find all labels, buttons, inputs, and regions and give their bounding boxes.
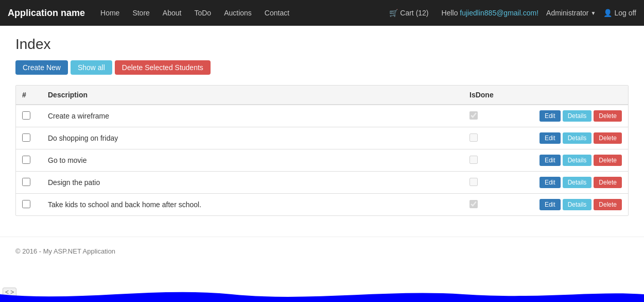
delete-button[interactable]: Delete [594, 177, 622, 188]
table-row: Design the patioEditDetailsDelete [16, 172, 628, 194]
edit-button[interactable]: Edit [539, 110, 561, 122]
row-isdone-checkbox [469, 133, 478, 142]
logoff-label: Log off [614, 9, 636, 17]
logoff-link[interactable]: 👤 Log off [603, 9, 636, 17]
details-button[interactable]: Details [563, 155, 592, 166]
nav-todo[interactable]: ToDo [189, 6, 216, 20]
row-isdone-checkbox [469, 178, 478, 186]
row-checkbox[interactable] [22, 200, 30, 208]
nav-store[interactable]: Store [127, 6, 154, 20]
footer-text: © 2016 - My ASP.NET Application [15, 247, 115, 255]
delete-button[interactable]: Delete [594, 155, 622, 166]
admin-label: Administrator [546, 9, 588, 17]
row-checkbox[interactable] [22, 111, 30, 120]
col-header-check: # [16, 86, 42, 105]
navbar: Application name Home Store About ToDo A… [0, 0, 644, 26]
footer: © 2016 - My ASP.NET Application [0, 237, 644, 265]
row-isdone-checkbox [469, 111, 478, 120]
row-description: Do shopping on friday [42, 127, 463, 149]
page-title: Index [15, 36, 629, 53]
nav-right: 🛒 Cart (12) Hello fujiedlin885@gmail.com… [384, 6, 636, 20]
hello-text: Hello fujiedlin885@gmail.com! [442, 9, 539, 17]
row-checkbox[interactable] [22, 178, 30, 186]
row-actions: EditDetailsDelete [531, 199, 622, 210]
edit-button[interactable]: Edit [539, 177, 561, 188]
main-content: Index Create New Show all Delete Selecte… [0, 26, 644, 226]
action-buttons: Create New Show all Delete Selected Stud… [15, 60, 629, 75]
details-button[interactable]: Details [563, 177, 592, 188]
edit-button[interactable]: Edit [539, 132, 561, 144]
edit-button[interactable]: Edit [539, 155, 561, 166]
row-checkbox[interactable] [22, 156, 30, 164]
table-row: Create a wireframeEditDetailsDelete [16, 105, 628, 127]
delete-button[interactable]: Delete [594, 132, 622, 144]
nav-home[interactable]: Home [95, 6, 125, 20]
details-button[interactable]: Details [563, 110, 592, 122]
table-body: Create a wireframeEditDetailsDeleteDo sh… [16, 105, 628, 215]
user-icon: 👤 [603, 9, 612, 17]
row-actions: EditDetailsDelete [531, 110, 622, 122]
table-row: Take kids to school and back home after … [16, 194, 628, 216]
row-checkbox[interactable] [22, 133, 30, 142]
nav-auctions[interactable]: Auctions [219, 6, 257, 20]
delete-button[interactable]: Delete [594, 110, 622, 122]
admin-dropdown[interactable]: Administrator ▼ [546, 9, 596, 17]
col-header-isdone: IsDone [463, 86, 525, 105]
delete-selected-button[interactable]: Delete Selected Students [115, 60, 211, 75]
row-description: Take kids to school and back home after … [42, 194, 463, 216]
todo-table: # Description IsDone Create a wireframeE… [16, 86, 628, 215]
row-actions: EditDetailsDelete [531, 132, 622, 144]
table-row: Do shopping on fridayEditDetailsDelete [16, 127, 628, 149]
table-header: # Description IsDone [16, 86, 628, 105]
row-isdone-checkbox [469, 200, 478, 208]
col-header-description: Description [42, 86, 463, 105]
details-button[interactable]: Details [563, 199, 592, 210]
row-description: Design the patio [42, 172, 463, 194]
user-email-link[interactable]: fujiedlin885@gmail.com! [460, 9, 538, 17]
nav-cart[interactable]: 🛒 Cart (12) [384, 6, 433, 20]
nav-contact[interactable]: Contact [259, 6, 294, 20]
navbar-brand[interactable]: Application name [8, 8, 85, 19]
show-all-button[interactable]: Show all [71, 60, 112, 75]
row-actions: EditDetailsDelete [531, 177, 622, 188]
nav-links: Home Store About ToDo Auctions Contact [95, 6, 384, 20]
row-description: Create a wireframe [42, 105, 463, 127]
delete-button[interactable]: Delete [594, 199, 622, 210]
todo-table-container: # Description IsDone Create a wireframeE… [15, 85, 629, 216]
nav-about[interactable]: About [158, 6, 187, 20]
dropdown-caret-icon: ▼ [591, 10, 596, 16]
create-new-button[interactable]: Create New [15, 60, 68, 75]
col-header-actions [525, 86, 628, 105]
edit-button[interactable]: Edit [539, 199, 561, 210]
table-row: Go to movieEditDetailsDelete [16, 149, 628, 172]
details-button[interactable]: Details [563, 132, 592, 144]
row-isdone-checkbox [469, 156, 478, 164]
row-actions: EditDetailsDelete [531, 155, 622, 166]
row-description: Go to movie [42, 149, 463, 172]
